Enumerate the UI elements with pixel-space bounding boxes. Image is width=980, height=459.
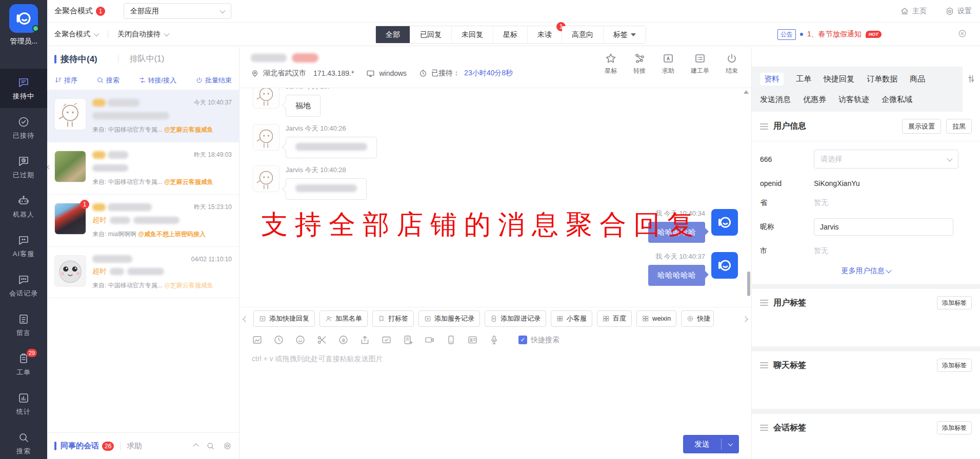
sidebar-item-expired[interactable]: 已过期	[0, 148, 47, 187]
block-button[interactable]: 拉黑	[946, 119, 972, 134]
scissors-icon[interactable]	[316, 335, 327, 345]
help-button[interactable]: 求助	[662, 52, 674, 75]
tab-unread[interactable]: 未读 1	[528, 26, 562, 43]
search-icon[interactable]	[206, 442, 215, 450]
add-chat-tag-button[interactable]: 添加标签	[937, 359, 972, 372]
tab-order-data[interactable]: 订单数据	[867, 74, 897, 84]
image-icon[interactable]	[252, 335, 263, 345]
contact-card-icon[interactable]	[467, 335, 478, 345]
sidebar-item-work-orders[interactable]: 29 工单	[0, 345, 47, 384]
quick-search-toggle[interactable]: ✓ 快捷搜索	[518, 336, 559, 345]
help-link[interactable]: 求助	[127, 441, 142, 451]
transfer-button[interactable]: 转接	[633, 52, 646, 75]
transfer-button[interactable]: 转接/接入	[138, 76, 177, 85]
announcement[interactable]: 公告 1、春节放假通知 HOT	[777, 23, 882, 46]
tab-wecom-private[interactable]: 企微私域	[882, 95, 912, 105]
tab-work-order[interactable]: 工单	[796, 74, 811, 84]
tab-profile[interactable]: 资料	[760, 73, 784, 86]
conversation-item-2[interactable]: ✕ 昨天 18:49:03 来自: 中国移动官方专属...	[47, 142, 239, 195]
search-button[interactable]: 搜索	[96, 76, 119, 85]
sidebar-item-robot[interactable]: 机器人	[0, 187, 47, 226]
drag-handle-icon[interactable]	[760, 123, 768, 130]
mini-service-button[interactable]: 小客服	[551, 310, 592, 327]
conversation-item-1[interactable]: 今天 10:40:37 来自: 中国移动官方专属... @芝麻云客服咸鱼	[47, 90, 239, 142]
share-icon[interactable]	[359, 335, 370, 345]
tab-replied[interactable]: 已回复	[410, 26, 452, 43]
auto-reception-select[interactable]: 关闭自动接待	[117, 30, 161, 39]
scrollbar-thumb[interactable]	[747, 272, 750, 296]
send-button[interactable]: 发送	[683, 435, 739, 453]
sidebar-item-session-records[interactable]: 会话记录	[0, 266, 47, 305]
checkbox-checked-icon[interactable]: ✓	[518, 336, 527, 344]
add-followup-record-button[interactable]: 添加跟进记录	[485, 310, 546, 327]
message-input-area[interactable]: 邀 ✓ 快捷搜索 ctrl + v 或拖拽到此处可直接粘贴发送图片 发送	[239, 329, 751, 459]
more-user-info-link[interactable]: 更多用户信息	[760, 266, 972, 276]
tab-receiving-count[interactable]: 接待中(4)	[61, 53, 97, 65]
tab-all[interactable]: 全部	[376, 26, 410, 43]
mode-select[interactable]: 全聚合模式	[54, 30, 90, 39]
star-button[interactable]: 星标	[605, 52, 617, 75]
photo-avatar	[55, 151, 86, 182]
announcement-close-icon[interactable]	[958, 29, 967, 39]
nickname-input[interactable]	[814, 218, 953, 236]
drag-handle-icon[interactable]	[760, 300, 768, 306]
baidu-button[interactable]: 百度	[597, 310, 632, 327]
add-user-tag-button[interactable]: 添加标签	[937, 296, 972, 309]
settings-link[interactable]: 设置	[945, 7, 972, 16]
weixin-button[interactable]: weixin	[636, 310, 676, 327]
scroll-left-icon[interactable]	[243, 314, 249, 323]
batch-end-button[interactable]: 批量结束	[195, 76, 232, 85]
tab-starred[interactable]: 星标	[493, 26, 528, 43]
tab-visitor-track[interactable]: 访客轨迹	[838, 95, 869, 105]
quick-button[interactable]: 快捷	[681, 310, 714, 327]
tab-high-intent[interactable]: 高意向	[562, 26, 604, 43]
custom-field-select[interactable]: 请选择	[814, 150, 958, 169]
send-options-caret[interactable]	[722, 435, 739, 453]
message-history[interactable]: Jarvis 今天 10: 福地 Jarvis	[239, 88, 751, 307]
drag-handle-icon[interactable]	[760, 425, 768, 431]
display-settings-button[interactable]: 展示设置	[902, 119, 941, 134]
video-icon[interactable]	[424, 335, 435, 345]
history-icon[interactable]	[273, 335, 284, 345]
sidebar-item-ai-service[interactable]: AI客服	[0, 226, 47, 266]
add-service-record-button[interactable]: 添加服务记录	[418, 310, 480, 327]
tab-products[interactable]: 商品	[910, 74, 925, 84]
conversation-item-4[interactable]: 04/02 11:10:10 超时 来自: 中国移动官方专属... @芝麻云客服…	[47, 247, 239, 298]
tab-quick-reply[interactable]: 快捷回复	[824, 74, 854, 84]
tab-unreplied[interactable]: 未回复	[452, 26, 493, 43]
create-work-order-button[interactable]: 建工单	[691, 52, 709, 75]
drag-handle-icon[interactable]	[760, 362, 768, 368]
sidebar-item-search[interactable]: 搜索	[0, 424, 47, 459]
tab-coupons[interactable]: 优惠券	[803, 95, 826, 105]
tab-send-message[interactable]: 发送消息	[760, 95, 791, 105]
blacklist-button[interactable]: 加黑名单	[319, 310, 368, 327]
gear-icon[interactable]	[223, 442, 232, 450]
add-quick-reply-button[interactable]: 添加快捷回复	[253, 310, 315, 327]
collapse-icon[interactable]	[193, 443, 198, 449]
home-link[interactable]: 主页	[900, 7, 927, 16]
panel-settings-icon[interactable]	[966, 74, 976, 86]
scroll-right-icon[interactable]	[742, 314, 748, 323]
sidebar-item-served[interactable]: 已接待	[0, 108, 47, 148]
phone-card-icon[interactable]	[446, 335, 456, 345]
colleague-sessions-link[interactable]: 同事的会话	[61, 441, 99, 451]
note-add-icon[interactable]	[403, 335, 413, 345]
scroll-up-icon[interactable]	[744, 90, 749, 94]
sort-button[interactable]: 排序	[54, 76, 77, 85]
invite-icon[interactable]: 邀	[338, 335, 349, 345]
input-placeholder[interactable]: ctrl + v 或拖拽到此处可直接粘贴发送图片	[252, 354, 751, 364]
sidebar-item-statistics[interactable]: 统计	[0, 384, 47, 424]
mail-check-icon[interactable]	[381, 335, 392, 345]
sidebar-item-messages[interactable]: 留言	[0, 305, 47, 345]
conversation-item-3[interactable]: 1 昨天 15:23:10 超时	[47, 195, 239, 247]
add-session-tag-button[interactable]: 添加标签	[937, 421, 972, 434]
tab-queue-count[interactable]: 排队中(1)	[130, 54, 165, 65]
app-filter-select[interactable]: 全部应用	[124, 3, 231, 19]
end-session-button[interactable]: 结束	[726, 52, 738, 75]
tag-button[interactable]: 打标签	[372, 310, 414, 327]
emoji-icon[interactable]	[295, 335, 306, 345]
message-meta-clipped: Jarvis 今天 10:	[286, 88, 329, 91]
mic-icon[interactable]	[489, 335, 499, 345]
tab-labels[interactable]: 标签	[604, 26, 646, 43]
sidebar-item-receiving[interactable]: 接待中	[0, 69, 47, 108]
